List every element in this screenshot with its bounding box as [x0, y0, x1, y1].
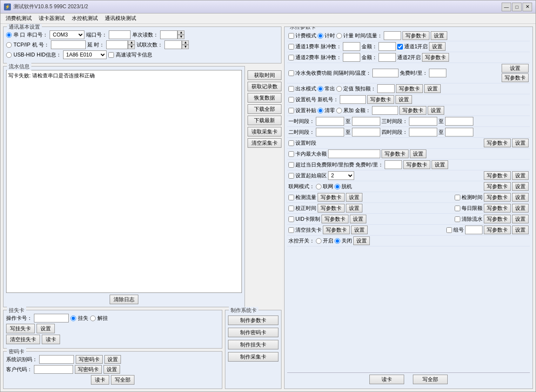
start-area-label[interactable]: 设置起始扇区 [295, 172, 327, 179]
billing-mode-label[interactable]: 计费模式 [295, 32, 316, 40]
make-collect-button[interactable]: 制作采集卡 [228, 352, 278, 362]
settings-btn13[interactable]: 设置 [512, 193, 529, 202]
radio-clear-zero[interactable] [318, 108, 323, 113]
download-all-button[interactable]: 下载全部 [248, 104, 281, 114]
by-time-label[interactable]: 计时 [325, 32, 335, 40]
write-hang-button[interactable]: 写挂失卡 [6, 324, 35, 333]
period3-end[interactable]: 18:00:00 [445, 117, 473, 126]
op-card-input[interactable]: 000001 [34, 314, 69, 322]
ch1-rate-label[interactable]: 通道1费率 [295, 43, 319, 50]
download-latest-button[interactable]: 下载最新 [248, 116, 281, 125]
retry-down[interactable]: ▼ [182, 45, 189, 49]
write-param-btn9[interactable]: 写参数卡 [403, 160, 430, 169]
water-write-all-button[interactable]: 写全部 [413, 375, 448, 384]
write-param-btn17[interactable]: 写参数卡 [484, 215, 511, 223]
detect-time-label[interactable]: 检测时间 [462, 194, 482, 201]
close-button[interactable]: ✕ [523, 3, 532, 11]
fixed-label[interactable]: 定值 [343, 85, 354, 93]
write-param-btn3[interactable]: 写参数卡 [502, 73, 529, 82]
settings-btn12[interactable]: 设置 [346, 193, 362, 202]
daily-limit-label[interactable]: 每日限额 [462, 205, 482, 212]
single-read-down[interactable]: ▼ [178, 35, 184, 39]
daily-free-label[interactable]: 超过当日免费限时/里扣费 [295, 161, 354, 169]
set-period-checkbox[interactable] [288, 140, 294, 146]
radio-by-volume[interactable] [336, 33, 342, 39]
by-volume-label[interactable]: 计量 [343, 32, 354, 40]
period4-end[interactable]: 23:59:59 [445, 128, 473, 136]
period2-end[interactable]: 12:00:00 [352, 128, 380, 136]
single-read-input[interactable]: 3 [160, 30, 178, 39]
settings-btn9[interactable]: 设置 [432, 160, 448, 169]
write-pwd-button2[interactable]: 写密码卡 [75, 365, 102, 374]
radio-tcpip[interactable] [6, 42, 12, 48]
clear-flow-label[interactable]: 清除流水 [462, 216, 482, 223]
get-records-button[interactable]: 获取记录数 [248, 82, 281, 91]
radio-serial[interactable] [6, 32, 12, 38]
write-param-btn7[interactable]: 写参数卡 [484, 139, 511, 147]
delay-down[interactable]: ▼ [128, 45, 135, 49]
set-machine-label[interactable]: 设置机号 [295, 96, 316, 103]
pwd-settings-button[interactable]: 设置 [104, 355, 121, 364]
minimize-button[interactable]: — [502, 3, 511, 11]
machine-no-input[interactable]: 001 [51, 40, 86, 49]
ch2-rate-label[interactable]: 通道2费率 [295, 54, 319, 61]
group-checkbox[interactable] [446, 227, 452, 233]
settings-btn20[interactable]: 设置 [353, 236, 370, 245]
period2-start[interactable]: 08:00:01 [316, 128, 344, 136]
max-balance-input[interactable]: 999999.99 [328, 149, 380, 158]
write-param-btn12[interactable]: 写参数卡 [318, 193, 345, 202]
network-label[interactable]: 联网 [323, 183, 333, 190]
clear-hang-card-label[interactable]: 清空挂失卡 [295, 226, 322, 234]
close-label[interactable]: 关闭 [342, 237, 352, 245]
write-param-btn4[interactable]: 写参数卡 [396, 84, 423, 93]
settings-btn16[interactable]: 设置 [350, 215, 366, 223]
tcpip-label[interactable]: TCP/IP [13, 42, 30, 48]
high-speed-checkbox[interactable] [108, 52, 114, 58]
retry-input[interactable]: 2 [164, 40, 182, 49]
open-label[interactable]: 开启 [323, 237, 333, 245]
pulse1-input[interactable]: 1 [343, 42, 360, 51]
group-label[interactable]: 组号 [453, 226, 464, 234]
write-param-btn18[interactable]: 写参数卡 [323, 226, 350, 234]
ch2-rate-checkbox[interactable] [288, 55, 294, 60]
radio-fixed[interactable] [336, 86, 342, 92]
amount1-input[interactable]: 1 [379, 42, 396, 51]
pulse2-input[interactable]: 1 [343, 53, 360, 62]
radio-by-time[interactable] [318, 33, 323, 39]
detect-flow-checkbox[interactable] [288, 195, 294, 200]
read-collect-button[interactable]: 读取采集卡 [248, 127, 281, 136]
write-param-btn19[interactable]: 写参数卡 [484, 226, 511, 234]
group-input[interactable]: 1 [465, 226, 482, 234]
radio-offline[interactable] [335, 184, 340, 189]
settings-btn17[interactable]: 设置 [512, 215, 529, 223]
hang-label[interactable]: 挂失 [78, 315, 88, 322]
clear-collect-button[interactable]: 清空采集卡 [248, 138, 281, 148]
max-balance-checkbox[interactable] [288, 151, 294, 157]
hang-read-button[interactable]: 读卡 [42, 335, 60, 344]
menu-comm-module-test[interactable]: 通讯模块测试 [101, 14, 140, 23]
write-param-btn10[interactable]: 写参数卡 [484, 171, 511, 180]
daily-free-checkbox[interactable] [288, 162, 294, 168]
detect-time-checkbox[interactable] [455, 195, 460, 200]
free-per-input[interactable]: 1 [429, 69, 446, 77]
settings-btn18[interactable]: 设置 [351, 226, 368, 234]
ch1-open-label[interactable]: 通道1开启 [404, 43, 428, 50]
settings-btn8[interactable]: 设置 [410, 149, 426, 158]
period1-start[interactable]: 00:00:01 [316, 117, 344, 126]
sys-id-input[interactable]: 00000000 [39, 355, 74, 364]
write-param-btn11[interactable]: 写参数卡 [484, 182, 511, 191]
write-pwd-button[interactable]: 写密码卡 [76, 355, 103, 364]
radio-undo[interactable] [90, 316, 96, 321]
clear-flow-checkbox[interactable] [455, 216, 460, 222]
serial-port-select[interactable]: COM3 [50, 30, 84, 39]
settings-btn5[interactable]: 设置 [395, 95, 412, 104]
settings-btn7[interactable]: 设置 [512, 139, 529, 147]
maximize-button[interactable]: □ [512, 3, 522, 11]
ch1-rate-checkbox[interactable] [288, 44, 294, 50]
write-param-btn14[interactable]: 写参数卡 [318, 204, 345, 213]
cold-water-checkbox[interactable] [288, 70, 294, 76]
calibrate-time-checkbox[interactable] [288, 206, 294, 211]
clear-hang-card-checkbox[interactable] [288, 227, 294, 233]
radio-hang[interactable] [70, 316, 76, 321]
detect-flow-label[interactable]: 检测流量 [295, 194, 316, 201]
